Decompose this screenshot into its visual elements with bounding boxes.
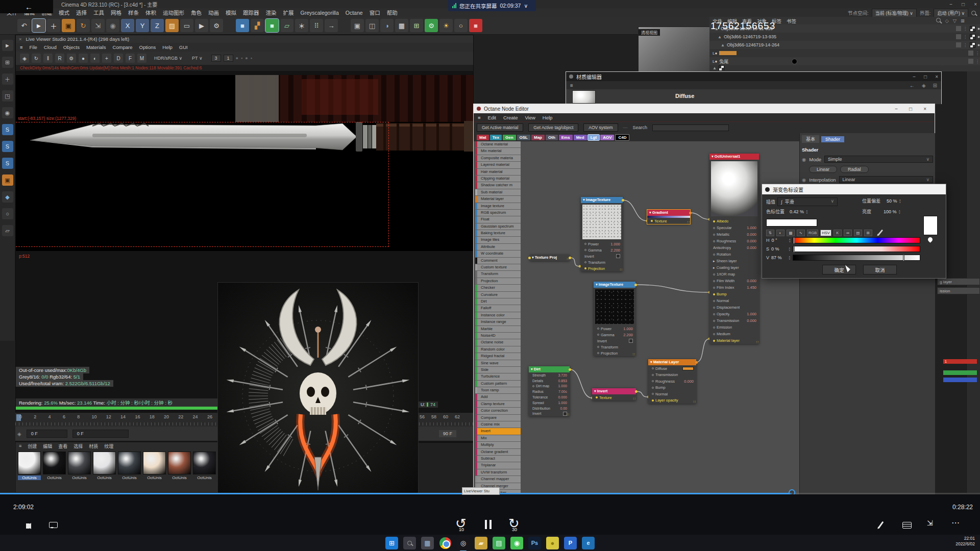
toolbar-icon-record[interactable]: ■ [469, 19, 482, 32]
toolbar-icon-rotate[interactable]: ↻ [77, 19, 90, 32]
ne-button-2[interactable]: AOV system [583, 123, 618, 132]
color-swatch[interactable] [682, 367, 694, 370]
param-bump[interactable]: Bump [709, 291, 759, 297]
node-type-turbulence[interactable]: Turbulence [475, 373, 521, 380]
menu-选择[interactable]: 选择 [76, 9, 87, 16]
param-specular[interactable]: Specular1.000 [709, 224, 759, 231]
left-toolbar-icon-sub-s3[interactable]: S [2, 158, 13, 169]
taskbar-icon-explorer[interactable]: ▰ [475, 537, 487, 549]
category-chip-C4D[interactable]: C4D [615, 134, 629, 141]
param-film-index[interactable]: Film Index1.450 [709, 284, 759, 291]
node-type-add[interactable]: Add [475, 394, 521, 400]
material-thumb-1[interactable]: OctUnis [43, 452, 66, 480]
toolbar-icon-plane-green[interactable]: ▱ [280, 19, 293, 32]
mm-menu-创建[interactable]: 创建 [28, 443, 37, 449]
node-type-sub-material[interactable]: Sub material [475, 189, 521, 195]
skip-back-button[interactable]: ↺10 [455, 517, 467, 530]
colormode-≔[interactable]: ≔ [844, 230, 852, 236]
toolbar-icon-sun[interactable]: ☀ [439, 19, 453, 32]
close-button[interactable]: × [923, 106, 926, 112]
left-toolbar-icon-orange-box[interactable]: ▣ [2, 174, 13, 186]
search-input[interactable] [652, 124, 729, 131]
filter-icon[interactable]: ▽ [953, 18, 957, 23]
material-preview-sphere[interactable] [572, 90, 596, 104]
key-icon[interactable]: ◈ [17, 431, 21, 437]
node-type-image-texture[interactable]: Image texture [475, 203, 521, 209]
left-toolbar-icon-blue-diamond[interactable]: ◆ [2, 191, 13, 203]
param-roughness[interactable]: Roughness0.000 [648, 378, 696, 385]
ne-menu-create[interactable]: Create [503, 115, 518, 120]
output-pin[interactable] [695, 361, 698, 364]
lv-toolbar-icon-8[interactable]: D [114, 54, 123, 63]
interpolation-dropdown[interactable]: Linear∨ [839, 176, 933, 183]
category-chip-Gen[interactable]: Gen [503, 135, 516, 140]
taskbar-icon-chrome[interactable] [439, 537, 452, 549]
saturation-slider[interactable] [793, 246, 920, 252]
param-normal[interactable]: Normal [709, 297, 759, 304]
param-spread[interactable]: Spread1.000 [529, 400, 570, 406]
menu-扩展[interactable]: 扩展 [283, 9, 294, 16]
menu-网格[interactable]: 网格 [111, 9, 121, 16]
layer-color-green[interactable] [943, 370, 977, 375]
lock-icon[interactable]: ◈ [922, 83, 926, 88]
toolbar-icon-array-green[interactable]: ⠿ [310, 19, 323, 32]
maximize-button[interactable]: □ [962, 2, 965, 7]
left-toolbar-icon-target[interactable]: ◉ [2, 107, 13, 118]
lv-menu-help[interactable]: Help [162, 44, 173, 50]
taskbar-icon-edge[interactable]: e [582, 537, 595, 549]
toolbar-icon-paint[interactable]: ▨ [165, 19, 179, 32]
lv-toolbar-icon-9[interactable]: F [126, 54, 135, 63]
menu-窗口[interactable]: 窗口 [370, 9, 380, 16]
toolbar-icon-selection-lock[interactable]: ◉ [106, 19, 119, 32]
toolbar-icon-axis-y[interactable]: Y [136, 19, 149, 32]
interpolation-dropdown[interactable]: ∫ 平滑∨ [777, 197, 838, 206]
category-chip-Lgt[interactable]: Lgt [588, 135, 599, 140]
input-pin[interactable] [528, 257, 531, 259]
node-type-triplanar[interactable]: Triplanar [475, 462, 521, 468]
node-dirt[interactable]: ▾ DirtStrength3.720Details0.853Dirt map1… [529, 366, 570, 416]
output-pin[interactable] [635, 390, 638, 393]
node-header[interactable]: ▾ ImageTexture [581, 197, 623, 203]
node-imagetexture-2[interactable]: ▾ ImageTexturePower1.000Gamma2.200Invert… [594, 282, 635, 356]
param-bump[interactable]: Bump [648, 385, 696, 391]
node-type-clamp-texture[interactable]: Clamp texture [475, 401, 521, 407]
node-type-octane-gradient[interactable]: Octane gradient [475, 449, 521, 455]
resize-handle[interactable]: ∷ [567, 413, 569, 417]
material-thumb-6[interactable]: OctUnis [168, 452, 191, 480]
om-row-1[interactable]: ▲Obj3d66-1246719-13-935⋮ [709, 33, 980, 41]
colormode-HSV[interactable]: HSV [820, 230, 831, 236]
layer-color-red[interactable]: 1 [943, 359, 977, 364]
output-pin[interactable] [622, 199, 624, 202]
node-type-sine-wave[interactable]: Sine wave [475, 360, 521, 366]
node-type-gaussian-spectrum[interactable]: Gaussian spectrum [475, 223, 521, 230]
node-type-ridged-fractal[interactable]: Ridged fractal [475, 353, 521, 359]
param-medium[interactable]: Medium [709, 331, 759, 337]
param-metallic[interactable]: Metallic0.000 [709, 231, 759, 238]
node-type-multiply[interactable]: Multiply [475, 442, 521, 448]
toolbar-icon-render-view[interactable]: ▭ [180, 19, 193, 32]
param-strength[interactable]: Strength3.720 [529, 372, 570, 378]
mm-menu-材质[interactable]: 材质 [89, 443, 98, 449]
lv-toolbar-icon-3[interactable]: R [55, 54, 64, 63]
param-dirt-map[interactable]: Dirt map1.000 [529, 384, 570, 389]
pin-icon[interactable]: ⊞ [933, 83, 937, 88]
toolbar-icon-camera-2[interactable]: ◫ [365, 19, 379, 32]
lv-toolbar-icon-5[interactable]: ● [79, 54, 88, 63]
node-type-cosine-mix[interactable]: Cosine mix [475, 421, 521, 428]
om-menu-书签[interactable]: 书签 [787, 17, 796, 24]
subtitle-panel-button[interactable] [902, 522, 912, 529]
param-texture[interactable]: Texture [592, 394, 636, 400]
lv-menu-objects[interactable]: Objects [63, 44, 80, 50]
param-albedo[interactable]: Albedo [709, 218, 759, 224]
node-type-material-layer[interactable]: Material layer [475, 196, 521, 202]
taskbar-icon-app-yellow[interactable]: ● [546, 537, 559, 549]
hue-value[interactable]: 0 ° [772, 238, 787, 243]
node-type-channel-mapper[interactable]: Channel mapper [475, 476, 521, 482]
left-toolbar-icon-grid[interactable]: ⊞ [2, 57, 13, 68]
minimize-button[interactable]: − [913, 74, 916, 80]
lv-menu-file[interactable]: File [30, 44, 37, 50]
linear-button[interactable]: Linear [809, 166, 837, 173]
param-anisotropy[interactable]: Anisotropy0.000 [709, 244, 759, 251]
param-displacement[interactable]: Displacement [709, 304, 759, 311]
toolbar-icon-keyframe-box[interactable]: ▣ [62, 19, 75, 32]
